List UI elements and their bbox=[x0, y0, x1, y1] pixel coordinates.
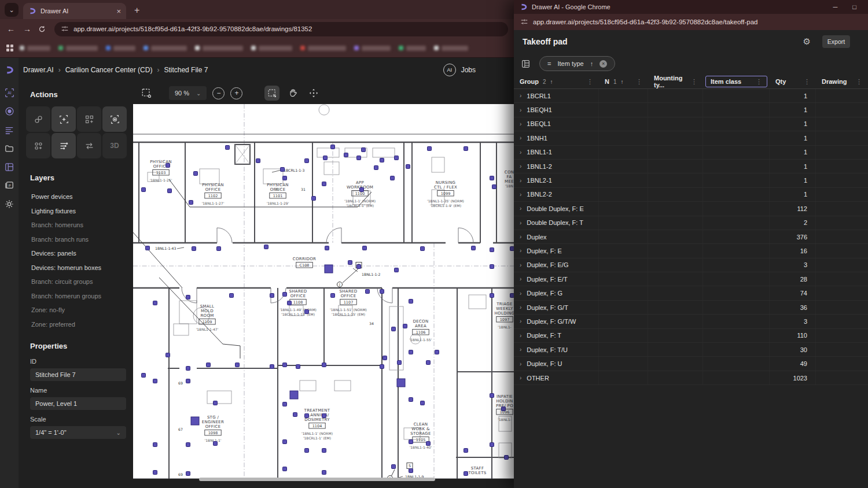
tab-close-icon[interactable]: × bbox=[116, 7, 121, 16]
device-marker[interactable] bbox=[502, 407, 506, 411]
panel-marker[interactable] bbox=[325, 265, 333, 273]
table-row[interactable]: › Duplex, F: U 49 bbox=[514, 357, 868, 371]
layer-item[interactable]: Branch: homerun groups bbox=[30, 289, 133, 304]
export-button[interactable]: Export bbox=[822, 35, 850, 48]
device-marker[interactable] bbox=[409, 300, 413, 304]
back-icon[interactable]: ← bbox=[6, 24, 16, 34]
action-target-detect[interactable] bbox=[102, 106, 127, 132]
device-marker[interactable] bbox=[490, 265, 494, 269]
device-marker[interactable] bbox=[305, 159, 309, 163]
device-marker[interactable] bbox=[153, 301, 157, 305]
bookmark-item[interactable] bbox=[195, 46, 243, 51]
device-marker[interactable] bbox=[323, 156, 328, 160]
device-marker[interactable] bbox=[325, 246, 329, 250]
table-row[interactable]: › 1BNH1 1 bbox=[514, 131, 868, 145]
sort-asc-icon[interactable]: ↑ bbox=[550, 79, 553, 85]
table-row[interactable]: › OTHER 1023 bbox=[514, 371, 868, 385]
device-marker[interactable] bbox=[374, 166, 378, 170]
action-ai-detect[interactable] bbox=[52, 106, 76, 132]
kebab-menu-icon[interactable]: ⋮ bbox=[691, 78, 697, 86]
device-marker[interactable] bbox=[230, 294, 234, 298]
device-marker[interactable] bbox=[464, 147, 468, 151]
zoom-out-button[interactable]: − bbox=[212, 87, 225, 99]
apps-grid-icon[interactable] bbox=[6, 44, 14, 52]
column-header-item-class[interactable]: Item class ⋮ bbox=[705, 76, 767, 87]
breadcrumb-item[interactable]: Carilion Cancer Center (CD) bbox=[65, 66, 153, 74]
device-marker[interactable] bbox=[357, 156, 361, 160]
device-marker[interactable] bbox=[322, 449, 326, 453]
device-marker[interactable] bbox=[490, 294, 494, 298]
device-marker[interactable] bbox=[421, 247, 425, 251]
device-marker[interactable] bbox=[305, 414, 309, 418]
action-view-3d[interactable]: 3D bbox=[102, 133, 127, 158]
device-marker[interactable] bbox=[186, 379, 190, 383]
table-row[interactable]: › Duplex, F: T/U 30 bbox=[514, 343, 868, 357]
device-marker[interactable] bbox=[270, 365, 274, 369]
device-marker[interactable] bbox=[360, 188, 364, 192]
layer-item[interactable]: Lighting fixtures bbox=[30, 204, 133, 219]
device-marker[interactable] bbox=[428, 147, 432, 151]
device-marker[interactable] bbox=[357, 265, 361, 269]
list-icon[interactable] bbox=[5, 125, 14, 135]
device-marker[interactable] bbox=[186, 472, 190, 476]
device-marker[interactable] bbox=[409, 440, 413, 444]
device-marker[interactable] bbox=[283, 467, 287, 471]
device-marker[interactable] bbox=[142, 374, 146, 378]
layer-item[interactable]: Zone: no-fly bbox=[30, 303, 133, 317]
minimize-icon[interactable]: ─ bbox=[833, 3, 838, 10]
device-marker[interactable] bbox=[305, 449, 309, 453]
action-add-items[interactable] bbox=[77, 106, 101, 132]
device-marker[interactable] bbox=[380, 290, 384, 294]
select-region-icon[interactable] bbox=[141, 88, 152, 98]
forward-icon[interactable]: → bbox=[22, 24, 32, 34]
column-header-drawing[interactable]: Drawing ⋮ bbox=[816, 74, 868, 89]
kebab-menu-icon[interactable]: ⋮ bbox=[636, 78, 642, 86]
panel-marker[interactable] bbox=[397, 379, 405, 387]
table-row[interactable]: › 1BEQH1 1 bbox=[514, 103, 868, 117]
device-marker[interactable] bbox=[398, 361, 402, 365]
device-marker[interactable] bbox=[194, 172, 198, 176]
takeoff-panel-icon[interactable] bbox=[5, 162, 14, 172]
device-marker[interactable] bbox=[383, 356, 387, 360]
action-cluster[interactable] bbox=[26, 133, 50, 158]
expand-chevron-icon[interactable]: › bbox=[520, 121, 521, 127]
table-row[interactable]: › Duplex, F: E/T 28 bbox=[514, 272, 868, 286]
device-marker[interactable] bbox=[288, 301, 292, 305]
device-marker[interactable] bbox=[270, 294, 274, 298]
tool-pan-hand[interactable] bbox=[285, 86, 300, 101]
table-row[interactable]: › Duplex, F: G/T/W 3 bbox=[514, 315, 868, 328]
device-marker[interactable] bbox=[256, 159, 260, 163]
device-marker[interactable] bbox=[305, 310, 309, 314]
tool-marquee-select[interactable] bbox=[264, 86, 279, 101]
column-header-qty[interactable]: Qty ⋮ bbox=[770, 74, 816, 89]
kebab-menu-icon[interactable]: ⋮ bbox=[856, 78, 862, 86]
drawing-canvas[interactable]: JJPHYSICANOFFICE1103'1BNL1-1-25'PHYSICAN… bbox=[133, 104, 514, 479]
device-marker[interactable] bbox=[366, 290, 370, 294]
expand-chevron-icon[interactable]: › bbox=[520, 304, 521, 310]
bookmark-item[interactable] bbox=[106, 46, 135, 51]
table-row[interactable]: › 1BEQL1 1 bbox=[514, 117, 868, 131]
browser-tab[interactable]: Drawer AI × bbox=[23, 3, 126, 19]
zoom-level-control[interactable]: 90 % ⌄ bbox=[169, 86, 207, 100]
device-marker[interactable] bbox=[283, 363, 287, 367]
device-marker[interactable] bbox=[293, 413, 297, 417]
action-filter-lines[interactable] bbox=[52, 133, 76, 158]
device-marker[interactable] bbox=[214, 401, 218, 405]
table-row[interactable]: › Duplex 376 bbox=[514, 230, 868, 244]
expand-chevron-icon[interactable]: › bbox=[520, 247, 521, 254]
device-marker[interactable] bbox=[490, 443, 494, 447]
device-marker[interactable] bbox=[322, 363, 326, 367]
device-marker[interactable] bbox=[296, 365, 300, 369]
device-marker[interactable] bbox=[392, 465, 396, 469]
bookmark-item[interactable] bbox=[300, 46, 346, 51]
device-marker[interactable] bbox=[490, 394, 494, 398]
expand-chevron-icon[interactable]: › bbox=[520, 163, 521, 169]
sort-asc-icon[interactable]: ↑ bbox=[590, 60, 594, 67]
device-marker[interactable] bbox=[186, 367, 190, 371]
window-title-bar[interactable]: Drawer AI - Google Chrome ─ □ bbox=[514, 0, 868, 14]
expand-chevron-icon[interactable]: › bbox=[520, 135, 521, 141]
device-marker[interactable] bbox=[492, 185, 496, 189]
detections-icon[interactable] bbox=[5, 106, 14, 116]
table-row[interactable]: › 1BNL2-2 1 bbox=[514, 188, 868, 202]
device-marker[interactable] bbox=[490, 176, 494, 180]
